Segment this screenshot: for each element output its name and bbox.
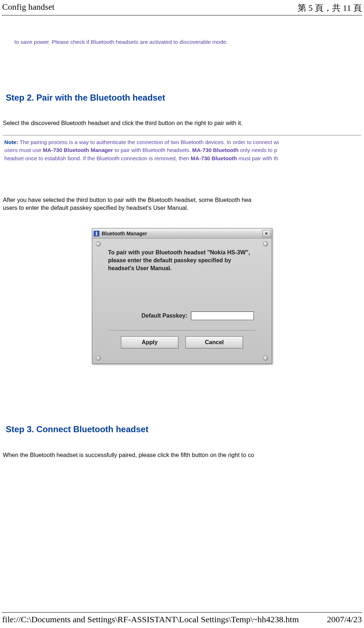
note-label: Note: <box>4 139 18 145</box>
dialog-message: To pair with your Bluetooth headset "Nok… <box>102 246 262 272</box>
note-line2b: to pair with Bluetooth headsets. <box>113 147 192 153</box>
rivet-icon <box>96 241 101 246</box>
page-title: Config handset <box>2 2 55 12</box>
product-name: MA-730 Bluetooth Manager <box>43 147 113 153</box>
apply-button[interactable]: Apply <box>121 336 178 348</box>
note-line3a: headset once to establish bond. If the B… <box>4 155 191 161</box>
note-block: Note: The pairing process is a way to au… <box>3 135 361 163</box>
rivet-icon <box>263 241 268 246</box>
continuation-text: to save power. Please check if Bluetooth… <box>14 38 361 46</box>
rivet-icon <box>263 356 268 361</box>
dialog-titlebar: Bluetooth Manager × <box>92 228 272 239</box>
rivet-icon <box>96 356 101 361</box>
product-name: MA-730 Bluetooth <box>192 147 238 153</box>
note-line2a: users must use <box>4 147 43 153</box>
footer-date: 2007/4/23 <box>327 615 362 624</box>
step3-paragraph1: When the Bluetooth headset is successful… <box>3 451 361 459</box>
divider <box>109 330 255 331</box>
step3-heading: Step 3. Connect Bluetooth headset <box>6 424 361 434</box>
close-button[interactable]: × <box>262 230 270 237</box>
dialog-title: Bluetooth Manager <box>102 231 262 236</box>
step2-paragraph1: Select the discovered Bluetooth headset … <box>3 119 361 127</box>
step2-heading: Step 2. Pair with the Bluetooth headset <box>6 93 361 103</box>
file-path: file://C:\Documents and Settings\RF-ASSI… <box>2 615 299 624</box>
passkey-label: Default Passkey: <box>141 313 187 319</box>
divider <box>2 15 362 15</box>
note-line3b: must pair with th <box>237 155 278 161</box>
note-line1: The pairing process is a way to authenti… <box>18 139 279 145</box>
note-line2c: only needs to p <box>238 147 277 153</box>
page-indicator: 第 5 頁，共 11 頁 <box>298 2 362 14</box>
product-name: MA-730 Bluetooth <box>191 155 237 161</box>
step2-paragraph2: After you have selected the third button… <box>3 196 361 212</box>
passkey-input[interactable] <box>191 311 254 320</box>
dialog-screenshot: Bluetooth Manager × To pair with your Bl… <box>3 228 361 364</box>
bluetooth-manager-dialog: Bluetooth Manager × To pair with your Bl… <box>92 228 272 364</box>
cancel-button[interactable]: Cancel <box>186 336 243 348</box>
bluetooth-icon <box>94 231 99 236</box>
